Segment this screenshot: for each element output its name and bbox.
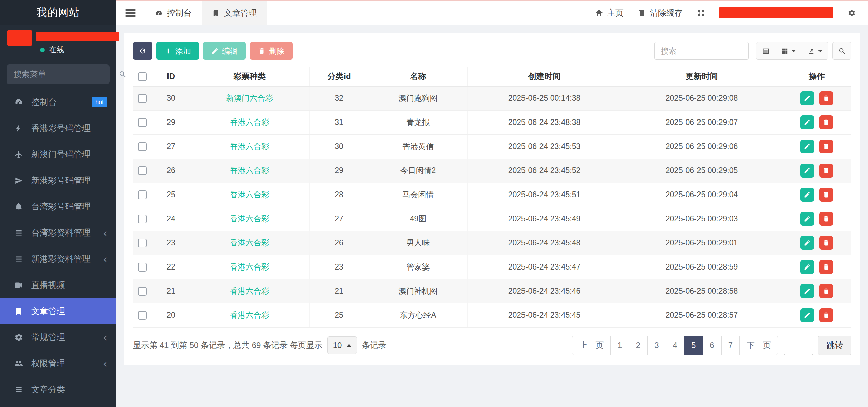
sidebar-menu-item[interactable]: 权限管理 ‹ — [0, 350, 116, 376]
row-checkbox[interactable] — [138, 263, 147, 272]
row-delete-button[interactable] — [819, 91, 833, 105]
lottery-type-link[interactable]: 香港六合彩 — [230, 311, 269, 319]
row-checkbox[interactable] — [138, 311, 147, 320]
export-button[interactable] — [802, 42, 828, 60]
row-edit-button[interactable] — [800, 188, 814, 202]
row-delete-button[interactable] — [819, 260, 833, 274]
row-edit-button[interactable] — [800, 140, 814, 153]
sidebar-menu-item[interactable]: 香港彩号码管理 — [0, 115, 116, 141]
lottery-type-link[interactable]: 香港六合彩 — [230, 262, 269, 271]
lottery-type-link[interactable]: 香港六合彩 — [230, 142, 269, 151]
sidebar-menu-item[interactable]: 控制台 hot — [0, 89, 116, 115]
lottery-type-link[interactable]: 香港六合彩 — [230, 238, 269, 247]
edit-button[interactable]: 编辑 — [203, 42, 246, 60]
column-header-category-id[interactable]: 分类id — [309, 67, 369, 86]
sidebar-menu-item[interactable]: 文章管理 — [0, 298, 116, 324]
table-row[interactable]: 21 香港六合彩 21 澳门神机图 2025-06-24 23:45:46 20… — [133, 279, 851, 303]
row-edit-button[interactable] — [800, 91, 814, 105]
table-row[interactable]: 27 香港六合彩 30 香港黄信 2025-06-24 23:45:53 202… — [133, 134, 851, 159]
sidebar-menu-item[interactable]: 直播视频 — [0, 272, 116, 298]
table-row[interactable]: 25 香港六合彩 28 马会闲情 2025-06-24 23:45:51 202… — [133, 183, 851, 207]
sidebar-menu-item[interactable]: 台湾彩号码管理 — [0, 193, 116, 220]
detail-view-button[interactable] — [756, 42, 775, 60]
row-delete-button[interactable] — [819, 140, 833, 153]
column-header-id[interactable]: ID — [152, 67, 190, 86]
page-button[interactable]: 2 — [629, 336, 648, 355]
settings-button[interactable] — [848, 9, 856, 17]
page-button[interactable]: 5 — [684, 336, 703, 355]
row-delete-button[interactable] — [819, 188, 833, 202]
row-delete-button[interactable] — [819, 212, 833, 226]
cell-name: 今日闲情2 — [369, 159, 467, 183]
row-checkbox[interactable] — [138, 118, 147, 127]
row-edit-button[interactable] — [800, 212, 814, 226]
column-header-updated[interactable]: 更新时间 — [622, 67, 782, 86]
column-header-name[interactable]: 名称 — [369, 67, 467, 86]
table-row[interactable]: 29 香港六合彩 31 青龙报 2025-06-24 23:48:38 2025… — [133, 110, 851, 134]
menu-search-box[interactable] — [7, 64, 110, 84]
row-checkbox[interactable] — [138, 142, 147, 151]
refresh-button[interactable] — [133, 42, 152, 60]
row-delete-button[interactable] — [819, 164, 833, 178]
row-checkbox[interactable] — [138, 190, 147, 199]
table-row[interactable]: 22 香港六合彩 23 管家婆 2025-06-24 23:45:47 2025… — [133, 255, 851, 279]
menu-toggle-button[interactable] — [116, 1, 145, 25]
column-header-lottery-type[interactable]: 彩票种类 — [190, 67, 309, 86]
select-all-checkbox[interactable] — [138, 72, 147, 81]
jump-page-input[interactable] — [784, 336, 813, 355]
sidebar-menu-item[interactable]: 文章分类 — [0, 376, 116, 403]
row-checkbox[interactable] — [138, 239, 147, 247]
page-button[interactable]: 6 — [703, 336, 721, 355]
fullscreen-button[interactable] — [697, 9, 705, 17]
table-row[interactable]: 20 香港六合彩 25 东方心经A 2025-06-24 23:45:45 20… — [133, 303, 851, 327]
topbar-tab[interactable]: 控制台 — [145, 1, 202, 25]
row-edit-button[interactable] — [800, 260, 814, 274]
page-button[interactable]: 3 — [647, 336, 666, 355]
row-checkbox[interactable] — [138, 94, 147, 103]
delete-button[interactable]: 删除 — [250, 42, 293, 60]
sidebar-menu-item[interactable]: 新澳门号码管理 — [0, 141, 116, 167]
topbar-tab[interactable]: 文章管理 — [202, 1, 267, 25]
next-page-button[interactable]: 下一页 — [739, 336, 778, 355]
table-row[interactable]: 30 新澳门六合彩 32 澳门跑狗图 2025-06-25 00:14:38 2… — [133, 86, 851, 110]
row-edit-button[interactable] — [800, 164, 814, 178]
sidebar-menu-item[interactable]: 常规管理 ‹ — [0, 324, 116, 350]
column-header-created[interactable]: 创建时间 — [467, 67, 622, 86]
lottery-type-link[interactable]: 香港六合彩 — [230, 166, 269, 175]
sidebar-menu-item[interactable]: 台湾彩资料管理 ‹ — [0, 220, 116, 246]
lottery-type-link[interactable]: 香港六合彩 — [230, 118, 269, 127]
sidebar-menu-item[interactable]: 新港彩号码管理 — [0, 167, 116, 193]
page-button[interactable]: 1 — [610, 336, 629, 355]
page-button[interactable]: 7 — [721, 336, 740, 355]
lottery-type-link[interactable]: 新澳门六合彩 — [226, 94, 273, 103]
page-size-select[interactable]: 10 — [327, 336, 357, 354]
row-delete-button[interactable] — [819, 115, 833, 129]
table-row[interactable]: 26 香港六合彩 29 今日闲情2 2025-06-24 23:45:52 20… — [133, 159, 851, 183]
row-checkbox[interactable] — [138, 215, 147, 223]
lottery-type-link[interactable]: 香港六合彩 — [230, 190, 269, 199]
row-delete-button[interactable] — [819, 284, 833, 298]
search-submit-button[interactable] — [832, 42, 851, 60]
lottery-type-link[interactable]: 香港六合彩 — [230, 286, 269, 295]
table-row[interactable]: 23 香港六合彩 26 男人味 2025-06-24 23:45:48 2025… — [133, 231, 851, 255]
table-row[interactable]: 24 香港六合彩 27 49图 2025-06-24 23:45:49 2025… — [133, 207, 851, 231]
clear-cache-button[interactable]: 清除缓存 — [638, 7, 683, 18]
add-button[interactable]: 添加 — [156, 42, 199, 60]
columns-button[interactable] — [775, 42, 802, 60]
table-search-input[interactable] — [654, 42, 749, 60]
row-checkbox[interactable] — [138, 287, 147, 296]
home-button[interactable]: 主页 — [595, 7, 624, 18]
lottery-type-link[interactable]: 香港六合彩 — [230, 214, 269, 223]
row-delete-button[interactable] — [819, 236, 833, 250]
jump-button[interactable]: 跳转 — [818, 336, 851, 355]
row-delete-button[interactable] — [819, 308, 833, 322]
row-checkbox[interactable] — [138, 166, 147, 175]
page-button[interactable]: 4 — [666, 336, 685, 355]
row-edit-button[interactable] — [800, 284, 814, 298]
row-edit-button[interactable] — [800, 308, 814, 322]
sidebar-menu-item[interactable]: 新港彩资料管理 ‹ — [0, 246, 116, 272]
prev-page-button[interactable]: 上一页 — [572, 336, 611, 355]
row-edit-button[interactable] — [800, 236, 814, 250]
menu-search-input[interactable] — [14, 70, 119, 79]
row-edit-button[interactable] — [800, 115, 814, 129]
